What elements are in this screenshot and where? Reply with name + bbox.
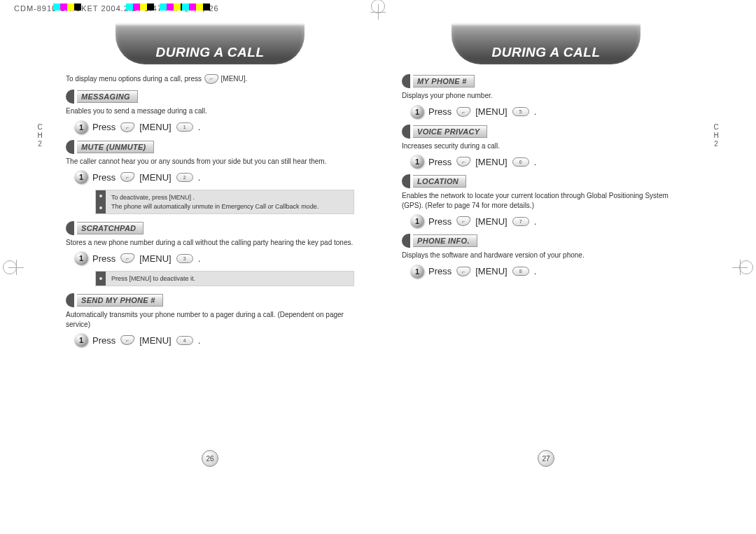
step-number-icon: 1 [74, 120, 88, 134]
page-banner-right: DURING A CALL [451, 22, 640, 64]
press-label: Press [428, 266, 451, 276]
bullet-icon [402, 234, 410, 248]
mute-desc: The caller cannot hear you or any sounds… [53, 157, 367, 167]
key-icon: 4 [176, 336, 193, 345]
mute-step: 1 Press ⌐ [MENU] 2. [74, 170, 367, 184]
section-label: SEND MY PHONE # [77, 294, 163, 307]
phone-info-desc: Displays the software and hardware versi… [389, 251, 703, 260]
softkey-icon: ⌐ [456, 216, 470, 226]
key-icon: 7 [512, 217, 529, 226]
step-number-icon: 1 [410, 155, 424, 169]
intro-part1: To display menu options during a call, p… [66, 75, 202, 83]
intro-part2: [MENU]. [221, 75, 248, 83]
step-number-icon: 1 [410, 265, 424, 279]
press-label: Press [428, 106, 451, 117]
section-label: MY PHONE # [413, 75, 475, 87]
page-left: C H 2 DURING A CALL To display menu opti… [42, 20, 378, 471]
section-send-my-phone: SEND MY PHONE # [66, 293, 367, 307]
color-bar-2 [126, 3, 154, 10]
bullet-icon [402, 125, 410, 139]
mute-note: To deactivate, press [MENU] . The phone … [95, 190, 354, 213]
section-location: LOCATION [402, 174, 703, 188]
bullet-icon [66, 140, 74, 154]
note-line-1: To deactivate, press [MENU] . [111, 193, 348, 202]
softkey-icon: ⌐ [120, 172, 134, 182]
chapter-tab-right: C H 2 [711, 123, 721, 148]
section-scratchpad: SCRATCHPAD [66, 221, 367, 235]
key-icon: 1 [176, 122, 193, 132]
send-my-phone-desc: Automatically transmits your phone numbe… [53, 310, 367, 329]
section-label: PHONE INFO. [413, 234, 477, 247]
softkey-icon: ⌐ [456, 157, 470, 167]
section-label: SCRATCHPAD [77, 222, 144, 234]
step-number-icon: 1 [74, 333, 88, 347]
key-icon: 5 [512, 107, 529, 116]
step-number-icon: 1 [410, 214, 424, 228]
softkey-icon: ⌐ [120, 122, 134, 132]
press-label: Press [92, 172, 115, 183]
softkey-icon: ⌐ [456, 267, 470, 276]
section-label: MESSAGING [77, 90, 138, 103]
bullet-icon [66, 221, 74, 235]
press-label: Press [92, 253, 115, 264]
voice-privacy-step: 1 Press ⌐ [MENU] 6. [410, 155, 703, 169]
menu-label: [MENU] [139, 172, 172, 183]
note-strip-icon [96, 272, 106, 286]
section-voice-privacy: VOICE PRIVACY [402, 125, 703, 139]
softkey-icon: ⌐ [204, 74, 218, 84]
scratchpad-step: 1 Press ⌐ [MENU] 3. [74, 251, 367, 265]
note-line-2: The phone will automatically unmute in E… [111, 202, 348, 211]
step-number-icon: 1 [74, 170, 88, 184]
section-my-phone: MY PHONE # [402, 74, 703, 88]
press-label: Press [428, 216, 451, 227]
intro-text: To display menu options during a call, p… [53, 74, 367, 84]
section-mute: MUTE (UNMUTE) [66, 140, 367, 154]
step-number-icon: 1 [410, 105, 424, 119]
softkey-icon: ⌐ [456, 107, 470, 117]
crop-circle-top [371, 0, 385, 13]
page-right: C H 2 DURING A CALL MY PHONE # Displays … [378, 20, 714, 471]
my-phone-step: 1 Press ⌐ [MENU] 5. [410, 105, 703, 119]
press-label: Press [92, 122, 115, 132]
messaging-desc: Enables you to send a message during a c… [53, 106, 367, 116]
key-icon: 3 [176, 254, 193, 263]
section-label: LOCATION [413, 175, 466, 188]
note-text: Press [MENU] to deactivate it. [96, 272, 354, 286]
chapter-tab-left: C H 2 [35, 123, 45, 148]
section-label: VOICE PRIVACY [413, 125, 487, 138]
page-number-left: 26 [202, 450, 218, 467]
softkey-icon: ⌐ [120, 253, 134, 263]
phone-info-step: 1 Press ⌐ [MENU] 8. [410, 265, 703, 279]
softkey-icon: ⌐ [120, 335, 134, 345]
location-step: 1 Press ⌐ [MENU] 7. [410, 214, 703, 228]
menu-label: [MENU] [139, 335, 172, 346]
menu-label: [MENU] [475, 157, 507, 167]
color-bar-1 [53, 3, 81, 10]
scratchpad-desc: Stores a new phone number during a call … [53, 238, 367, 248]
note-strip-icon [96, 190, 106, 213]
menu-label: [MENU] [475, 106, 507, 117]
crop-circle-left [3, 260, 17, 274]
page-banner-left: DURING A CALL [115, 22, 304, 64]
section-messaging: MESSAGING [66, 90, 367, 104]
step-number-icon: 1 [74, 251, 88, 265]
bullet-icon [66, 90, 74, 104]
key-icon: 2 [176, 173, 193, 182]
menu-label: [MENU] [475, 266, 507, 276]
location-desc: Enables the network to locate your curre… [389, 191, 703, 210]
press-label: Press [428, 157, 451, 167]
my-phone-desc: Displays your phone number. [389, 91, 703, 101]
key-icon: 6 [512, 157, 529, 167]
section-label: MUTE (UNMUTE) [77, 141, 154, 153]
press-label: Press [92, 335, 115, 346]
bullet-icon [402, 74, 410, 88]
page-spread: C H 2 DURING A CALL To display menu opti… [42, 20, 714, 471]
bullet-icon [66, 293, 74, 307]
messaging-step: 1 Press ⌐ [MENU] 1. [74, 120, 367, 134]
key-icon: 8 [512, 267, 529, 276]
menu-label: [MENU] [139, 253, 172, 264]
scratchpad-note: Press [MENU] to deactivate it. [95, 271, 354, 286]
bullet-icon [402, 174, 410, 188]
menu-label: [MENU] [475, 216, 507, 227]
voice-privacy-desc: Increases security during a call. [389, 141, 703, 151]
